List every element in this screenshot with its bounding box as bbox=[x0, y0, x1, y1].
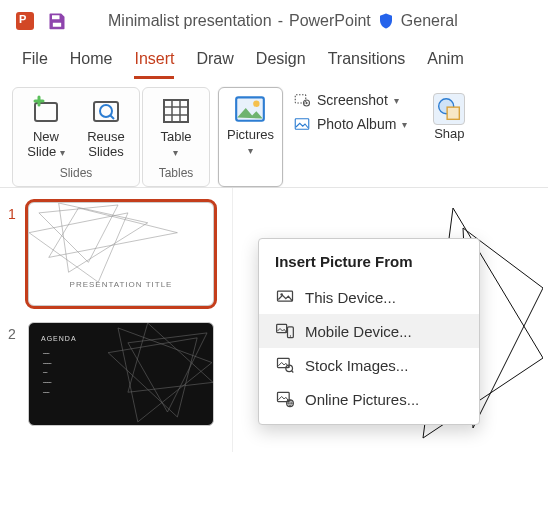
window-title: Minimalist presentation - PowerPoint Gen… bbox=[108, 12, 458, 30]
online-pictures-icon bbox=[275, 389, 295, 409]
menu-stock-images-label: Stock Images... bbox=[305, 357, 408, 374]
svg-rect-17 bbox=[278, 291, 293, 301]
tab-draw[interactable]: Draw bbox=[196, 50, 233, 79]
slide-thumbnail-panel: 1 PRESENTATION TITLE 2 AGENDA bbox=[0, 188, 232, 452]
title-bar: Minimalist presentation - PowerPoint Gen… bbox=[0, 0, 548, 38]
menu-stock-images[interactable]: Stock Images... bbox=[259, 348, 479, 382]
svg-point-5 bbox=[254, 101, 260, 107]
group-tables: Table▾ Tables bbox=[142, 87, 210, 187]
table-button[interactable]: Table▾ bbox=[153, 94, 199, 160]
chevron-down-icon: ▾ bbox=[402, 119, 407, 130]
table-icon bbox=[159, 94, 193, 128]
svg-rect-11 bbox=[447, 107, 459, 119]
menu-mobile-device-label: Mobile Device... bbox=[305, 323, 412, 340]
svg-point-8 bbox=[305, 102, 307, 104]
menu-online-pictures[interactable]: Online Pictures... bbox=[259, 382, 479, 416]
svg-point-21 bbox=[290, 335, 291, 336]
svg-text:━━━━: ━━━━ bbox=[42, 380, 52, 385]
tab-insert[interactable]: Insert bbox=[134, 50, 174, 79]
mobile-icon bbox=[275, 321, 295, 341]
pictures-button[interactable]: Pictures▾ bbox=[218, 87, 283, 187]
svg-text:━━━: ━━━ bbox=[42, 351, 50, 356]
photo-album-label: Photo Album bbox=[317, 116, 396, 132]
shield-icon bbox=[377, 12, 395, 30]
svg-text:━━━: ━━━ bbox=[42, 390, 50, 395]
tab-design[interactable]: Design bbox=[256, 50, 306, 79]
svg-text:━━━━: ━━━━ bbox=[42, 360, 52, 365]
shapes-label: Shap bbox=[434, 127, 464, 142]
thumbnail-row-2: 2 AGENDA ━━━━━━━━━━━━━━━━ bbox=[8, 322, 222, 426]
thumbnail-number-2: 2 bbox=[8, 322, 20, 342]
chevron-down-icon: ▾ bbox=[60, 147, 65, 158]
new-slide-button[interactable]: New Slide ▾ bbox=[23, 94, 69, 160]
svg-text:━━: ━━ bbox=[42, 370, 48, 375]
slide-thumbnail-1[interactable]: PRESENTATION TITLE bbox=[28, 202, 214, 306]
dropdown-header: Insert Picture From bbox=[259, 249, 479, 280]
tab-animations[interactable]: Anim bbox=[427, 50, 463, 79]
title-separator: - bbox=[278, 12, 283, 30]
svg-rect-3 bbox=[164, 100, 188, 122]
ribbon-tabs: File Home Insert Draw Design Transitions… bbox=[0, 38, 548, 79]
svg-rect-9 bbox=[295, 119, 309, 130]
device-icon bbox=[275, 287, 295, 307]
geometric-art-icon bbox=[29, 203, 213, 306]
slide-thumbnail-2[interactable]: AGENDA ━━━━━━━━━━━━━━━━ bbox=[28, 322, 214, 426]
menu-mobile-device[interactable]: Mobile Device... bbox=[259, 314, 479, 348]
new-slide-icon bbox=[29, 94, 63, 128]
save-icon[interactable] bbox=[46, 10, 68, 32]
new-slide-label: New Slide ▾ bbox=[27, 130, 65, 160]
document-name: Minimalist presentation bbox=[108, 12, 272, 30]
stock-images-icon bbox=[275, 355, 295, 375]
pictures-label: Pictures▾ bbox=[227, 128, 274, 158]
insert-picture-dropdown: Insert Picture From This Device... Mobil… bbox=[258, 238, 480, 425]
tab-transitions[interactable]: Transitions bbox=[328, 50, 406, 79]
menu-online-pictures-label: Online Pictures... bbox=[305, 391, 419, 408]
menu-this-device-label: This Device... bbox=[305, 289, 396, 306]
geometric-art-icon: ━━━━━━━━━━━━━━━━ bbox=[29, 323, 213, 426]
chevron-down-icon: ▾ bbox=[394, 95, 399, 106]
group-tables-label: Tables bbox=[159, 164, 194, 184]
thumbnail-number-1: 1 bbox=[8, 202, 20, 222]
app-name: PowerPoint bbox=[289, 12, 371, 30]
reuse-slides-icon bbox=[89, 94, 123, 128]
reuse-slides-button[interactable]: Reuse Slides bbox=[83, 94, 129, 160]
chevron-down-icon: ▾ bbox=[173, 147, 178, 158]
powerpoint-app-icon bbox=[16, 12, 34, 30]
group-slides-label: Slides bbox=[60, 164, 93, 184]
slide1-title: PRESENTATION TITLE bbox=[29, 280, 213, 289]
pictures-icon bbox=[233, 92, 267, 126]
sensitivity-label[interactable]: General bbox=[401, 12, 458, 30]
shapes-icon bbox=[433, 93, 465, 125]
screenshot-button[interactable]: Screenshot ▾ bbox=[293, 91, 399, 109]
tab-file[interactable]: File bbox=[22, 50, 48, 79]
group-slides: New Slide ▾ Reuse Slides Slides bbox=[12, 87, 140, 187]
reuse-slides-label: Reuse Slides bbox=[87, 130, 125, 160]
photo-album-button[interactable]: Photo Album ▾ bbox=[293, 115, 407, 133]
ribbon: New Slide ▾ Reuse Slides Slides Table▾ T… bbox=[0, 79, 548, 188]
menu-this-device[interactable]: This Device... bbox=[259, 280, 479, 314]
table-label: Table▾ bbox=[160, 130, 191, 160]
svg-rect-24 bbox=[278, 392, 290, 401]
screenshot-label: Screenshot bbox=[317, 92, 388, 108]
tab-home[interactable]: Home bbox=[70, 50, 113, 79]
thumbnail-row-1: 1 PRESENTATION TITLE bbox=[8, 202, 222, 306]
shapes-button[interactable]: Shap bbox=[423, 87, 469, 187]
chevron-down-icon: ▾ bbox=[248, 145, 253, 156]
